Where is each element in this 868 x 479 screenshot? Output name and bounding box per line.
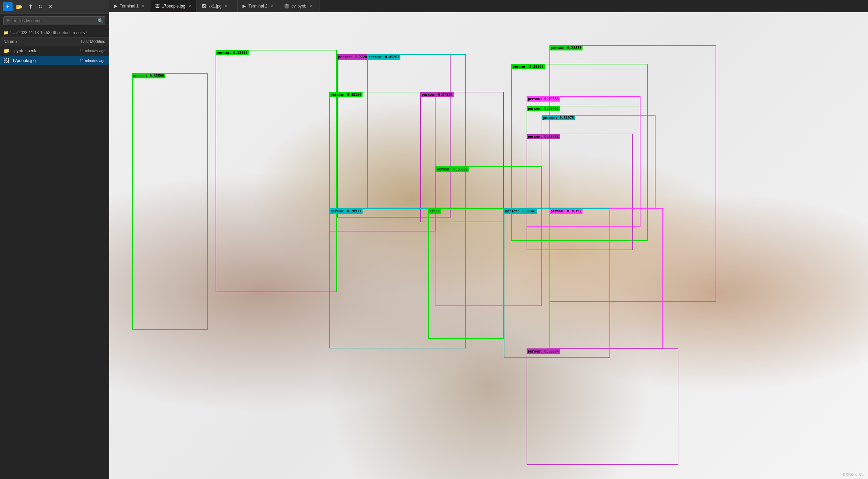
plus-icon: +: [6, 4, 9, 10]
search-icon: 🔍: [98, 18, 103, 24]
upload-icon: ⬆: [28, 3, 33, 10]
file-list-header: Name ↑ Last Modified: [0, 38, 109, 46]
breadcrumb-sep1: /: [10, 30, 11, 35]
people-background: person: 0.42175person: 0.27207person: 0.…: [109, 12, 868, 479]
detection-box: person: 0.19538: [527, 96, 641, 227]
detection-box: person: 0.42175: [216, 50, 337, 293]
tab-icon: ▶: [114, 3, 117, 9]
detection-label: person: 0.42175: [216, 50, 249, 55]
tab-kk1[interactable]: 🖼 kk1.jpg ×: [197, 0, 238, 12]
refresh-icon: ↻: [38, 3, 43, 10]
detection-box: person: 0.35508: [511, 64, 648, 241]
detection-label: person: 0.36792: [550, 209, 583, 214]
tab-icon: 🖼: [202, 3, 206, 9]
detection-label: person: 0.45262: [368, 55, 400, 60]
breadcrumb-path2[interactable]: detect_results: [59, 30, 85, 35]
tab-close-button[interactable]: ×: [188, 3, 192, 9]
tabs-bar: ▶ Terminal 1 × 🖼 17people.jpg × 🖼 kk1.jp…: [109, 0, 868, 12]
detection-box: person: 0.28883: [549, 45, 717, 302]
detection-label: person: 0.35508: [512, 64, 544, 69]
open-folder-icon: 📂: [16, 3, 23, 10]
breadcrumb-dots[interactable]: ...: [12, 30, 15, 35]
detection-label: person: 0.27207: [337, 55, 370, 60]
tab-close-button[interactable]: ×: [141, 3, 145, 9]
file-item[interactable]: 📁 .ipynb_check... 11 minutes ago: [0, 46, 109, 56]
detection-label: person: 0.26661: [527, 106, 560, 111]
tab-close-button[interactable]: ×: [309, 3, 313, 9]
breadcrumb-folder-icon: 📁: [3, 30, 9, 35]
file-icon: 📁: [3, 48, 10, 54]
search-bar: 🔍: [0, 14, 109, 28]
tab-cv[interactable]: 📓 cv.ipynb ×: [279, 0, 320, 12]
breadcrumb: 📁 / ... / 2023.11.13-15:52:06 / detect_r…: [0, 28, 109, 38]
tab-label: kk1.jpg: [208, 4, 221, 9]
file-modified: 11 minutes ago: [61, 49, 105, 53]
clear-icon: ✕: [48, 3, 53, 10]
tab-label: 17people.jpg: [162, 4, 186, 9]
tab-close-button[interactable]: ×: [270, 3, 274, 9]
tab-terminal1[interactable]: ▶ Terminal 1 ×: [109, 0, 150, 12]
detection-label: person: 0.31975: [542, 115, 575, 120]
sort-arrow-icon: ↑: [16, 40, 17, 44]
detection-label: person: 0.65361: [527, 134, 560, 139]
tab-label: cv.ipynb: [292, 4, 306, 9]
search-input[interactable]: [3, 16, 105, 25]
detection-box: person: 0.35541: [504, 208, 610, 358]
detection-box: person: 0.31975: [542, 115, 656, 208]
detection-label: person: 0.28937: [329, 209, 362, 214]
detection-box: person: 0.57315: [420, 92, 504, 222]
detection-box: person: 0.45262: [367, 54, 466, 208]
sidebar: + 📂 ⬆ ↻ ✕ 🔍 📁 / ... / 2023.11.13-15:52:0…: [0, 0, 109, 479]
search-icon-button[interactable]: 🔍: [98, 18, 103, 24]
file-name: 17people.jpg: [12, 58, 61, 63]
file-modified: 11 minutes ago: [61, 59, 105, 63]
detection-label: person: 0.28883: [550, 45, 583, 50]
detection-box: person: 0.33599: [132, 73, 208, 330]
detection-label: person: 0.57315: [421, 92, 453, 97]
clear-button[interactable]: ✕: [46, 2, 55, 11]
detection-box: person: 0.65361: [527, 134, 633, 250]
modified-column-label: Last Modified: [81, 39, 105, 44]
column-modified-header[interactable]: Last Modified: [58, 39, 105, 44]
breadcrumb-sep2: /: [16, 30, 17, 35]
detection-label: person: 0.36832: [436, 167, 469, 172]
tab-icon: 🖼: [155, 4, 160, 9]
detection-label: person: 0.19538: [527, 96, 560, 102]
detection-box: person: 0.28937: [329, 208, 466, 348]
file-item[interactable]: 🖼 17people.jpg 11 minutes ago: [0, 56, 109, 65]
name-column-label: Name: [3, 39, 14, 44]
detection-box: person: 0.36832: [436, 166, 542, 306]
main-area: ▶ Terminal 1 × 🖼 17people.jpg × 🖼 kk1.jp…: [109, 0, 868, 479]
tab-terminal2[interactable]: ▶ Terminal 2 ×: [238, 0, 279, 12]
detection-box: person: 0.26661: [527, 106, 648, 208]
detection-label: person: 0.33599: [132, 73, 165, 78]
file-icon: 🖼: [3, 58, 10, 63]
tab-icon: 📓: [284, 3, 289, 9]
detection-box: person: 0.45114: [329, 92, 436, 232]
upload-button[interactable]: ⬆: [26, 2, 35, 11]
file-list: 📁 .ipynb_check... 11 minutes ago 🖼 17peo…: [0, 46, 109, 479]
refresh-button[interactable]: ↻: [36, 2, 45, 11]
image-view: person: 0.42175person: 0.27207person: 0.…: [109, 12, 868, 479]
open-folder-button[interactable]: 📂: [14, 2, 25, 11]
detection-box: person: 0.36792: [549, 208, 663, 348]
detection-box: person: 0.56374: [527, 348, 678, 465]
breadcrumb-sep3: /: [57, 30, 58, 35]
tab-label: Terminal 1: [120, 4, 138, 9]
tab-close-button[interactable]: ×: [224, 3, 228, 9]
new-file-button[interactable]: +: [3, 2, 13, 11]
detection-box: person: 0.27207: [337, 54, 451, 218]
column-name-header[interactable]: Name ↑: [3, 39, 58, 44]
detection-box: 73937: [428, 208, 504, 339]
tab-icon: ▶: [242, 3, 246, 9]
detection-label: person: 0.35541: [504, 209, 537, 214]
breadcrumb-path1[interactable]: 2023.11.13-15:52:06: [18, 30, 56, 35]
sidebar-toolbar: + 📂 ⬆ ↻ ✕: [0, 0, 109, 14]
detection-label: 73937: [428, 209, 441, 214]
content-area: person: 0.42175person: 0.27207person: 0.…: [109, 12, 868, 479]
copyright-text: © ©roong_C...: [843, 473, 865, 476]
breadcrumb-sep4: /: [86, 30, 87, 35]
detection-label: person: 0.45114: [329, 92, 362, 97]
file-name: .ipynb_check...: [12, 48, 61, 53]
tab-17people[interactable]: 🖼 17people.jpg ×: [150, 0, 197, 12]
